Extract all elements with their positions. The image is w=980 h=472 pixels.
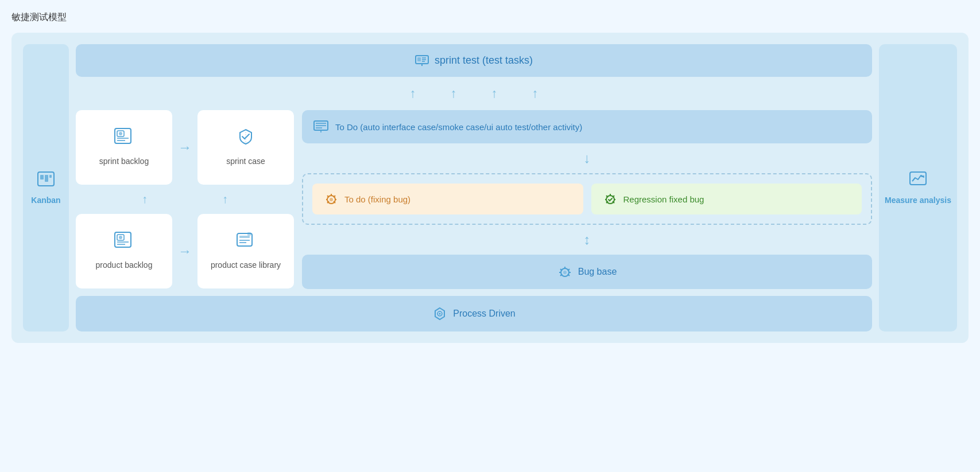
todo-auto-label: To Do (auto interface case/smoke case/ui…	[335, 122, 582, 132]
arrow-updown-bug: ↕	[302, 232, 872, 248]
sprint-case-box: sprint case	[197, 110, 294, 185]
left-boxes-column: sprint backlog → sprint case	[76, 110, 294, 288]
svg-point-40	[330, 198, 333, 201]
arrow-up-1: ↑	[410, 86, 416, 101]
arrows-up-row: ↑ ↑ ↑ ↑	[76, 86, 872, 101]
sprint-case-icon	[236, 127, 255, 150]
todo-fixing-bug-box: To do (fixing bug)	[312, 184, 583, 214]
kanban-column: Kanban	[23, 44, 69, 331]
measure-analysis-column: Measure analysis	[879, 44, 957, 331]
regression-fixed-bug-box: Regression fixed bug	[591, 184, 862, 214]
arrow-product-to-case: →	[178, 243, 192, 259]
kanban-icon	[37, 171, 55, 191]
sprint-case-label: sprint case	[226, 156, 265, 167]
bug-fixing-area: To do (fixing bug)	[302, 173, 872, 225]
svg-rect-60	[910, 172, 926, 185]
svg-point-59	[439, 313, 441, 315]
sprint-row: sprint backlog → sprint case	[76, 110, 294, 185]
product-case-library-box: product case library	[197, 214, 294, 288]
process-driven-label: Process Driven	[453, 309, 515, 319]
svg-rect-7	[417, 57, 421, 61]
product-case-library-label: product case library	[211, 260, 281, 271]
svg-rect-3	[49, 175, 52, 178]
regression-fixed-bug-label: Regression fixed bug	[623, 194, 704, 204]
arrow-sprint-to-case: →	[178, 139, 192, 155]
svg-rect-2	[45, 175, 48, 182]
svg-point-18	[119, 236, 122, 239]
mid-arrows: ↑ ↑	[76, 193, 294, 206]
todo-icon	[313, 120, 328, 133]
page-title: 敏捷测试模型	[11, 11, 969, 24]
bug-green-icon	[603, 192, 618, 206]
kanban-label: Kanban	[31, 196, 60, 205]
bug-base-bar: Bug base	[302, 255, 872, 289]
product-backlog-label: product backlog	[96, 260, 153, 271]
right-panel: To Do (auto interface case/smoke case/ui…	[302, 110, 872, 289]
product-backlog-icon	[114, 231, 134, 254]
process-driven-bar: Process Driven	[76, 296, 872, 331]
sprint-area: sprint test (test tasks) ↑ ↑ ↑ ↑	[76, 44, 872, 331]
process-driven-icon	[432, 306, 447, 321]
sprint-test-icon	[415, 55, 429, 67]
svg-rect-22	[239, 236, 250, 238]
sprint-backlog-box: sprint backlog	[76, 110, 172, 185]
product-row: product backlog →	[76, 214, 294, 288]
bug-base-label: Bug base	[578, 267, 617, 277]
svg-rect-1	[40, 175, 44, 180]
bug-base-icon	[557, 265, 572, 279]
svg-rect-25	[247, 232, 251, 236]
bug-orange-icon	[324, 192, 339, 206]
sprint-test-bar: sprint test (test tasks)	[76, 44, 872, 77]
measure-analysis-icon	[909, 171, 927, 191]
arrow-up-right: ↑	[222, 193, 228, 206]
svg-point-57	[563, 271, 567, 274]
todo-auto-bar: To Do (auto interface case/smoke case/ui…	[302, 110, 872, 143]
measure-analysis-label: Measure analysis	[885, 196, 951, 205]
arrow-up-2: ↑	[451, 86, 457, 101]
main-diagram: Kanban sprint test (test tasks) ↑ ↑ ↑ ↑	[11, 33, 969, 343]
arrow-up-3: ↑	[491, 86, 498, 101]
middle-row: sprint backlog → sprint case	[76, 110, 872, 289]
todo-fixing-bug-label: To do (fixing bug)	[344, 194, 410, 204]
sprint-backlog-icon	[114, 127, 134, 150]
product-case-library-icon	[236, 231, 255, 254]
arrow-up-4: ↑	[532, 86, 539, 101]
sprint-test-label: sprint test (test tasks)	[435, 54, 533, 67]
arrow-up-left: ↑	[142, 193, 148, 206]
product-backlog-box: product backlog	[76, 214, 172, 288]
sprint-backlog-label: sprint backlog	[99, 156, 149, 167]
arrow-down-todo: ↓	[302, 150, 872, 166]
svg-point-13	[119, 132, 122, 135]
